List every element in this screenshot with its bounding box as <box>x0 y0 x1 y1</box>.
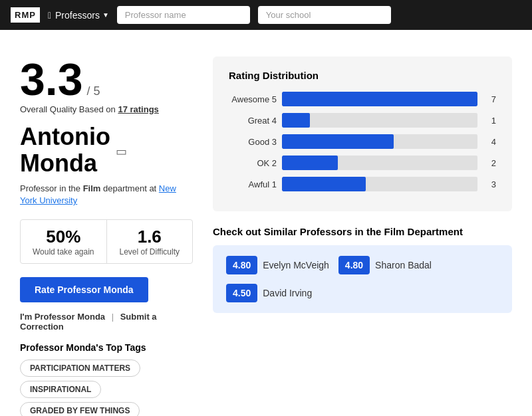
tag-item: GRADED BY FEW THINGS <box>20 402 140 416</box>
similar-prof-item[interactable]: 4.50David Irving <box>226 284 312 302</box>
bar-label: OK 2 <box>229 158 277 168</box>
prof-name-text: Antonio Monda <box>20 124 110 176</box>
bar-row: Awful 13 <box>229 177 496 191</box>
navbar: RMP  Professors ▼ <box>0 0 532 30</box>
bar-fill <box>282 92 477 106</box>
bar-fill <box>282 177 366 191</box>
bar-fill <box>282 134 394 149</box>
bar-fill <box>282 156 338 170</box>
difficulty-stat: 1.6 Level of Difficulty <box>107 220 193 263</box>
prof-dept: Professor in the Film department at New … <box>20 183 193 207</box>
logo: RMP <box>11 7 40 23</box>
tags-list: PARTICIPATION MATTERSINSPIRATIONALGRADED… <box>20 360 193 416</box>
difficulty-value: 1.6 <box>116 227 184 247</box>
bar-count: 7 <box>483 94 496 104</box>
similar-prof-item[interactable]: 4.80Evelyn McVeigh <box>226 256 329 274</box>
similar-badge: 4.50 <box>226 284 257 302</box>
bar-row: Great 41 <box>229 113 496 128</box>
prof-name: Antonio Monda <box>20 124 110 179</box>
bar-track <box>282 92 477 106</box>
bar-label: Good 3 <box>229 137 277 147</box>
would-take-stat: 50% Would take again <box>21 220 107 263</box>
top-tags-title: Professor Monda's Top Tags <box>20 342 193 353</box>
bar-track <box>282 177 477 191</box>
rating-score-section: 3.3 / 5 <box>20 56 193 102</box>
bar-row: OK 22 <box>229 156 496 170</box>
would-take-pct: 50% <box>30 227 97 247</box>
bar-label: Awful 1 <box>229 179 277 189</box>
score-denom: / 5 <box>87 84 100 98</box>
score-value: 3.3 <box>20 56 83 102</box>
ratings-link[interactable]: 17 ratings <box>118 104 158 114</box>
similar-professors-card: 4.80Evelyn McVeigh4.80Sharon Badal4.50Da… <box>213 245 512 313</box>
chevron-down-icon: ▼ <box>102 11 109 19</box>
similar-badge: 4.80 <box>338 256 370 274</box>
rating-dist-title: Rating Distribution <box>229 70 496 81</box>
left-panel: 3.3 / 5 Overall Quality Based on 17 rati… <box>20 56 193 416</box>
prof-name-row: Antonio Monda ▭ <box>20 124 193 179</box>
school-search-input[interactable] <box>258 6 391 24</box>
bar-row: Good 34 <box>229 134 496 149</box>
similar-section-title: Check out Similar Professors in the Film… <box>213 226 512 237</box>
bar-label: Great 4 <box>229 116 277 126</box>
main-content: 3.3 / 5 Overall Quality Based on 17 rati… <box>0 30 532 416</box>
bar-fill <box>282 113 310 128</box>
professor-search-input[interactable] <box>117 6 250 24</box>
overall-quality: Overall Quality Based on 17 ratings <box>20 104 193 114</box>
bar-track <box>282 156 477 170</box>
tag-item: INSPIRATIONAL <box>20 381 101 398</box>
bar-track <box>282 134 477 149</box>
would-take-label: Would take again <box>30 247 97 257</box>
bar-count: 1 <box>483 116 496 126</box>
bar-label: Awesome 5 <box>229 94 277 104</box>
apple-icon:  <box>48 10 51 21</box>
bar-count: 4 <box>483 137 496 147</box>
stats-row: 50% Would take again 1.6 Level of Diffic… <box>20 219 193 264</box>
bar-track <box>282 113 477 128</box>
professors-nav[interactable]:  Professors ▼ <box>48 10 109 21</box>
similar-badge: 4.80 <box>226 256 257 274</box>
bar-count: 3 <box>483 179 496 189</box>
im-professor-link[interactable]: I'm Professor Monda <box>20 312 105 322</box>
professors-label: Professors <box>55 10 100 21</box>
bookmark-icon[interactable]: ▭ <box>116 144 127 159</box>
bar-count: 2 <box>483 158 496 168</box>
similar-name: Sharon Badal <box>375 260 432 270</box>
prof-links: I'm Professor Monda | Submit a Correctio… <box>20 312 193 332</box>
bar-row: Awesome 57 <box>229 92 496 106</box>
similar-name: David Irving <box>263 288 312 298</box>
similar-prof-item[interactable]: 4.80Sharon Badal <box>338 256 432 274</box>
rate-button[interactable]: Rate Professor Monda <box>20 277 148 302</box>
right-panel: Rating Distribution Awesome 57Great 41Go… <box>213 56 512 416</box>
tag-item: PARTICIPATION MATTERS <box>20 360 140 377</box>
bars-container: Awesome 57Great 41Good 34OK 22Awful 13 <box>229 92 496 191</box>
difficulty-label: Level of Difficulty <box>116 247 184 257</box>
similar-name: Evelyn McVeigh <box>263 260 329 270</box>
rating-distribution-card: Rating Distribution Awesome 57Great 41Go… <box>213 56 512 211</box>
